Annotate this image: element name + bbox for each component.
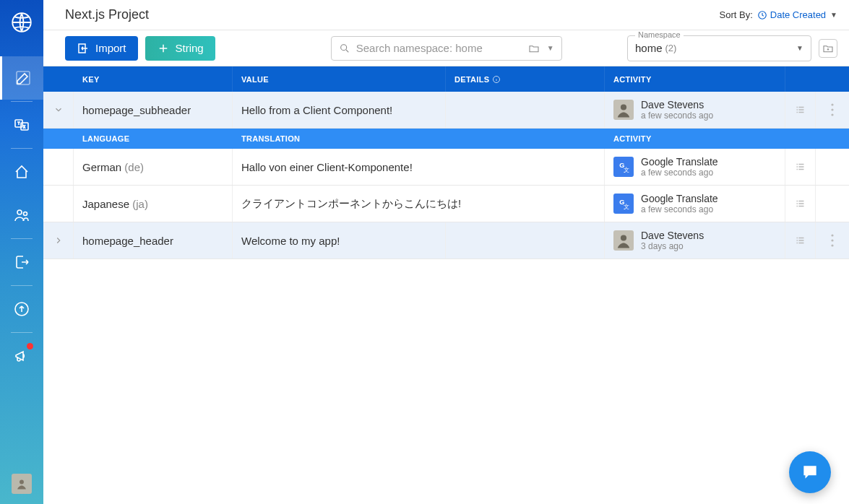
search-box[interactable]: ▼: [331, 36, 562, 61]
svg-point-4: [17, 210, 22, 214]
more-button[interactable]: [816, 92, 849, 128]
activity-cell: G文 Google Translate a few seconds ago: [605, 186, 785, 222]
language-cell[interactable]: Japanese (ja): [74, 186, 233, 222]
page-title: Next.js Project: [65, 7, 149, 22]
details-button[interactable]: [785, 149, 816, 185]
google-translate-icon: G文: [613, 157, 634, 177]
search-icon: [339, 43, 350, 54]
nav-item-export[interactable]: [0, 240, 43, 284]
topbar: Next.js Project Sort By: Date Created ▼: [43, 0, 849, 30]
svg-point-13: [831, 108, 833, 110]
col-value[interactable]: VALUE: [233, 66, 446, 92]
caret-down-icon: ▼: [796, 44, 803, 52]
translation-cell[interactable]: Hallo von einer Client-Komponente!: [233, 149, 605, 185]
activity-cell: Dave Stevens 3 days ago: [605, 222, 785, 258]
details-cell: [446, 222, 605, 258]
activity-actor: Google Translate: [641, 156, 718, 168]
namespace-select[interactable]: Namespace home (2) ▼: [627, 35, 811, 61]
sort-value: Date Created: [770, 9, 826, 20]
key-cell[interactable]: homepage_header: [74, 222, 233, 258]
nav-separator: [11, 238, 33, 239]
activity-actor: Dave Stevens: [641, 230, 704, 241]
table-row: German (de) Hallo von einer Client-Kompo…: [43, 149, 849, 186]
toolbar: Import String ▼ Namespace home (2) ▼: [43, 30, 849, 66]
add-string-button[interactable]: String: [145, 36, 215, 61]
search-input[interactable]: [356, 42, 522, 54]
col-activity[interactable]: ACTIVITY: [605, 66, 785, 92]
activity-actor: Google Translate: [641, 193, 718, 204]
details-button[interactable]: [785, 92, 816, 128]
activity-time: a few seconds ago: [641, 204, 718, 214]
svg-text:文: 文: [624, 167, 629, 173]
caret-down-icon: ▼: [830, 11, 837, 19]
svg-point-11: [621, 104, 626, 110]
nav-separator: [11, 332, 33, 333]
col-key[interactable]: KEY: [74, 66, 233, 92]
nav-item-translate[interactable]: [0, 103, 43, 147]
col-details[interactable]: DETAILS: [446, 66, 605, 92]
user-avatar[interactable]: [12, 474, 32, 494]
nav-separator: [11, 148, 33, 149]
nav-item-users[interactable]: [0, 194, 43, 237]
svg-text:文: 文: [624, 204, 629, 210]
svg-point-21: [621, 235, 626, 240]
nav-item-edit[interactable]: [0, 56, 43, 100]
svg-point-9: [340, 44, 346, 50]
svg-point-14: [831, 113, 833, 116]
chevron-right-icon: [53, 235, 64, 246]
namespace-value: home: [635, 42, 663, 54]
language-cell[interactable]: German (de): [74, 149, 233, 185]
chevron-down-icon: [53, 105, 64, 115]
add-namespace-button[interactable]: [819, 39, 837, 58]
caret-down-icon[interactable]: ▼: [547, 44, 554, 52]
strings-table: KEY VALUE DETAILS ACTIVITY homepage_subh…: [43, 66, 849, 259]
svg-point-12: [831, 103, 833, 105]
string-label: String: [176, 42, 204, 54]
col-translation: TRANSLATION: [233, 129, 605, 149]
logo[interactable]: [9, 10, 34, 35]
nav-item-announcements[interactable]: [0, 334, 43, 378]
nav-item-home[interactable]: [0, 150, 43, 194]
expand-toggle[interactable]: [43, 92, 74, 128]
info-icon: [492, 75, 501, 84]
notification-dot: [27, 343, 33, 349]
key-cell[interactable]: homepage_subheader: [74, 92, 233, 128]
import-label: Import: [95, 42, 126, 54]
activity-actor: Dave Stevens: [641, 99, 713, 110]
value-cell[interactable]: Hello from a Client Component!: [233, 92, 446, 128]
activity-cell: Dave Stevens a few seconds ago: [605, 92, 785, 128]
more-button[interactable]: [816, 222, 849, 258]
main-panel: Next.js Project Sort By: Date Created ▼ …: [43, 0, 849, 504]
details-button[interactable]: [785, 222, 816, 258]
activity-time: a few seconds ago: [641, 110, 713, 121]
activity-time: a few seconds ago: [641, 168, 718, 178]
sidebar: [0, 0, 43, 504]
svg-point-5: [24, 212, 27, 216]
translations-header: LANGUAGE TRANSLATION ACTIVITY: [43, 129, 849, 149]
svg-point-22: [831, 234, 833, 236]
table-row: homepage_subheader Hello from a Client C…: [43, 92, 849, 129]
avatar: [613, 230, 634, 251]
table-header: KEY VALUE DETAILS ACTIVITY: [43, 66, 849, 92]
activity-time: 3 days ago: [641, 241, 704, 251]
namespace-field-label: Namespace: [635, 30, 684, 39]
chat-button[interactable]: [789, 451, 831, 493]
sort-dropdown[interactable]: Date Created ▼: [757, 9, 837, 20]
namespace-count: (2): [665, 43, 676, 53]
svg-point-23: [831, 239, 833, 241]
sort-label: Sort By:: [720, 9, 753, 20]
expand-toggle[interactable]: [43, 222, 74, 258]
import-button[interactable]: Import: [65, 36, 138, 61]
translation-cell[interactable]: クライアントコンポーネントからこんにちは!: [233, 186, 605, 222]
nav-item-upload[interactable]: [0, 287, 43, 331]
folder-icon[interactable]: [528, 43, 540, 54]
table-row: Japanese (ja) クライアントコンポーネントからこんにちは! G文 G…: [43, 186, 849, 222]
svg-point-24: [831, 244, 833, 246]
table-row: homepage_header Welcome to my app! Dave …: [43, 222, 849, 259]
nav-separator: [11, 285, 33, 286]
details-button[interactable]: [785, 186, 816, 222]
activity-cell: G文 Google Translate a few seconds ago: [605, 149, 785, 185]
google-translate-icon: G文: [613, 194, 634, 214]
col-language: LANGUAGE: [74, 129, 233, 149]
value-cell[interactable]: Welcome to my app!: [233, 222, 446, 258]
